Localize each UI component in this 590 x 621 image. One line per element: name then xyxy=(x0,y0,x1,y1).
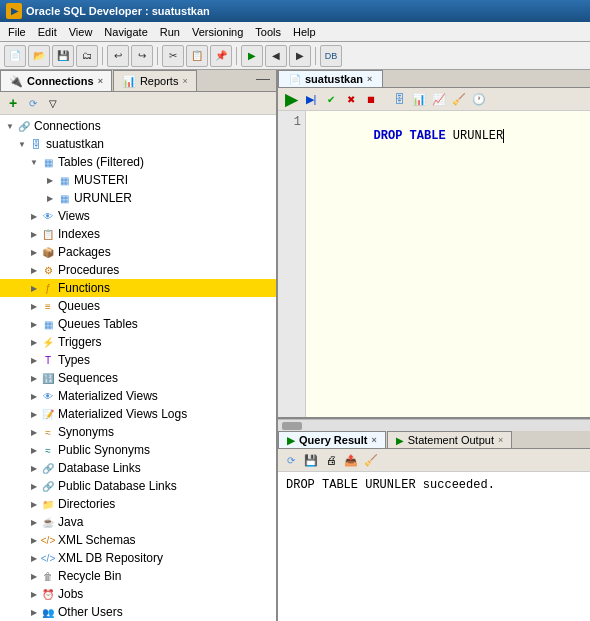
save-results-button[interactable]: 💾 xyxy=(302,451,320,469)
explain-plan-button[interactable]: 📊 xyxy=(410,90,428,108)
editor-tab[interactable]: 📄 suatustkan × xyxy=(278,70,383,87)
tree-item-xml-schemas[interactable]: ▶ </> XML Schemas xyxy=(0,531,276,549)
statement-output-close[interactable]: × xyxy=(498,435,503,445)
redo-button[interactable]: ↪ xyxy=(131,45,153,67)
tree-item-mat-views[interactable]: ▶ 👁 Materialized Views xyxy=(0,387,276,405)
forward-button[interactable]: ▶ xyxy=(289,45,311,67)
menu-edit[interactable]: Edit xyxy=(32,25,63,39)
tree-item-db-links[interactable]: ▶ 🔗 Database Links xyxy=(0,459,276,477)
tree-item-directories[interactable]: ▶ 📁 Directories xyxy=(0,495,276,513)
tree-item-types[interactable]: ▶ T Types xyxy=(0,351,276,369)
editor-area[interactable]: 1 DROP TABLE URUNLER xyxy=(278,111,590,419)
tree-root-connections[interactable]: ▼ 🔗 Connections xyxy=(0,117,276,135)
run-sql-button[interactable]: ▶ xyxy=(282,90,300,108)
paste-button[interactable]: 📌 xyxy=(210,45,232,67)
copy-button[interactable]: 📋 xyxy=(186,45,208,67)
menu-file[interactable]: File xyxy=(2,25,32,39)
save-all-button[interactable]: 🗂 xyxy=(76,45,98,67)
tree-item-sequences[interactable]: ▶ 🔢 Sequences xyxy=(0,369,276,387)
menu-help[interactable]: Help xyxy=(287,25,322,39)
expand-procedures[interactable]: ▶ xyxy=(28,264,40,276)
expand-directories[interactable]: ▶ xyxy=(28,498,40,510)
tree-item-views[interactable]: ▶ 👁 Views xyxy=(0,207,276,225)
tree-item-procedures[interactable]: ▶ ⚙ Procedures xyxy=(0,261,276,279)
tree-item-indexes[interactable]: ▶ 📋 Indexes xyxy=(0,225,276,243)
expand-types[interactable]: ▶ xyxy=(28,354,40,366)
expand-recycle-bin[interactable]: ▶ xyxy=(28,570,40,582)
connections-tab[interactable]: 🔌 Connections × xyxy=(0,70,112,91)
cancel-button[interactable]: ⏹ xyxy=(362,90,380,108)
clear-button[interactable]: 🧹 xyxy=(450,90,468,108)
menu-versioning[interactable]: Versioning xyxy=(186,25,249,39)
menu-run[interactable]: Run xyxy=(154,25,186,39)
tree-item-java[interactable]: ▶ ☕ Java xyxy=(0,513,276,531)
filter-button[interactable]: ▽ xyxy=(44,94,62,112)
open-button[interactable]: 📂 xyxy=(28,45,50,67)
expand-java[interactable]: ▶ xyxy=(28,516,40,528)
tree-item-recycle-bin[interactable]: ▶ 🗑 Recycle Bin xyxy=(0,567,276,585)
expand-jobs[interactable]: ▶ xyxy=(28,588,40,600)
expand-queues[interactable]: ▶ xyxy=(28,300,40,312)
tree-item-queues-tables[interactable]: ▶ ▦ Queues Tables xyxy=(0,315,276,333)
expand-public-synonyms[interactable]: ▶ xyxy=(28,444,40,456)
history-button[interactable]: 🕐 xyxy=(470,90,488,108)
tree-connection[interactable]: ▼ 🗄 suatustkan xyxy=(0,135,276,153)
tree-item-packages[interactable]: ▶ 📦 Packages xyxy=(0,243,276,261)
tree-item-other-users[interactable]: ▶ 👥 Other Users xyxy=(0,603,276,621)
editor-content[interactable]: DROP TABLE URUNLER xyxy=(316,115,582,157)
clear-results-button[interactable]: 🧹 xyxy=(362,451,380,469)
expand-mat-views[interactable]: ▶ xyxy=(28,390,40,402)
expand-connections[interactable]: ▼ xyxy=(4,120,16,132)
menu-tools[interactable]: Tools xyxy=(249,25,287,39)
connection-select[interactable]: 🗄 xyxy=(390,90,408,108)
reports-tab[interactable]: 📊 Reports × xyxy=(113,70,197,91)
expand-mat-views-logs[interactable]: ▶ xyxy=(28,408,40,420)
autotrace-button[interactable]: 📈 xyxy=(430,90,448,108)
undo-button[interactable]: ↩ xyxy=(107,45,129,67)
expand-packages[interactable]: ▶ xyxy=(28,246,40,258)
run-script-button[interactable]: ▶| xyxy=(302,90,320,108)
tree-item-triggers[interactable]: ▶ ⚡ Triggers xyxy=(0,333,276,351)
tree-item-public-synonyms[interactable]: ▶ ≈ Public Synonyms xyxy=(0,441,276,459)
tree-item-pub-db-links[interactable]: ▶ 🔗 Public Database Links xyxy=(0,477,276,495)
save-button[interactable]: 💾 xyxy=(52,45,74,67)
expand-queues-tables[interactable]: ▶ xyxy=(28,318,40,330)
menu-view[interactable]: View xyxy=(63,25,99,39)
export-button[interactable]: 📤 xyxy=(342,451,360,469)
add-connection-button[interactable]: + xyxy=(4,94,22,112)
tree-item-mat-views-logs[interactable]: ▶ 📝 Materialized Views Logs xyxy=(0,405,276,423)
refresh-button[interactable]: ⟳ xyxy=(24,94,42,112)
expand-musteri[interactable]: ▶ xyxy=(44,174,56,186)
editor-horizontal-scrollbar[interactable] xyxy=(278,419,590,431)
connections-tab-close[interactable]: × xyxy=(98,76,103,86)
expand-triggers[interactable]: ▶ xyxy=(28,336,40,348)
print-results-button[interactable]: 🖨 xyxy=(322,451,340,469)
commit-button[interactable]: ✔ xyxy=(322,90,340,108)
query-result-close[interactable]: × xyxy=(371,435,376,445)
expand-xml-db-repo[interactable]: ▶ xyxy=(28,552,40,564)
db-connect-button[interactable]: DB xyxy=(320,45,342,67)
tree-item-tables[interactable]: ▼ ▦ Tables (Filtered) xyxy=(0,153,276,171)
editor-tab-close[interactable]: × xyxy=(367,74,372,84)
cut-button[interactable]: ✂ xyxy=(162,45,184,67)
expand-pub-db-links[interactable]: ▶ xyxy=(28,480,40,492)
reports-tab-close[interactable]: × xyxy=(182,76,187,86)
minimize-left-button[interactable]: — xyxy=(250,70,276,91)
tree-item-xml-db-repo[interactable]: ▶ </> XML DB Repository xyxy=(0,549,276,567)
refresh-results-button[interactable]: ⟳ xyxy=(282,451,300,469)
rollback-button[interactable]: ✖ xyxy=(342,90,360,108)
run-button[interactable]: ▶ xyxy=(241,45,263,67)
expand-indexes[interactable]: ▶ xyxy=(28,228,40,240)
expand-xml-schemas[interactable]: ▶ xyxy=(28,534,40,546)
query-result-tab[interactable]: ▶ Query Result × xyxy=(278,431,386,448)
tree-item-urunler[interactable]: ▶ ▦ URUNLER xyxy=(0,189,276,207)
new-file-button[interactable]: 📄 xyxy=(4,45,26,67)
expand-functions[interactable]: ▶ xyxy=(28,282,40,294)
expand-tables[interactable]: ▼ xyxy=(28,156,40,168)
tree-item-queues[interactable]: ▶ ≡ Queues xyxy=(0,297,276,315)
back-button[interactable]: ◀ xyxy=(265,45,287,67)
menu-navigate[interactable]: Navigate xyxy=(98,25,153,39)
expand-urunler[interactable]: ▶ xyxy=(44,192,56,204)
expand-synonyms[interactable]: ▶ xyxy=(28,426,40,438)
expand-connection[interactable]: ▼ xyxy=(16,138,28,150)
